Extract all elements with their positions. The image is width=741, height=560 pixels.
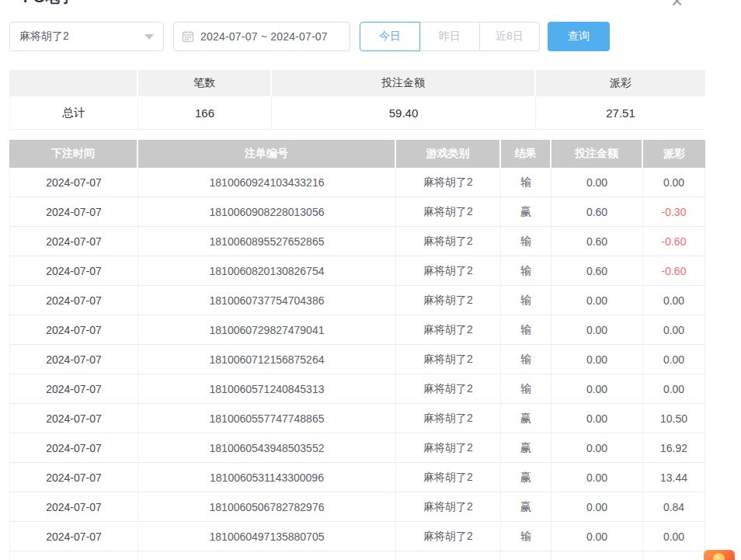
- cell-bet-id: 1810060557747748865: [138, 404, 396, 433]
- cell-bet-amount: 0.00: [551, 168, 643, 197]
- summary-total-bet-amount: 59.40: [272, 96, 536, 129]
- cell-result: 输: [501, 256, 551, 285]
- cell-bet-time: 2024-07-07: [9, 345, 138, 374]
- cell-result: 赢: [501, 492, 551, 521]
- cell-payout: -0.30: [643, 197, 705, 226]
- cell-bet-amount: 0.00: [551, 345, 643, 374]
- bet-records-table: 下注时间 注单编号 游戏类别 结果 投注金额 派彩 2024-07-07 181…: [9, 140, 705, 560]
- cell-game-type: 麻将胡了2: [396, 286, 501, 315]
- cell-bet-time: 2024-07-07: [9, 522, 138, 551]
- cell-game-type: 麻将胡了2: [396, 345, 501, 374]
- filter-toolbar: 麻将胡了2 2024-07-07 ~ 2024-07-07 今日 昨日 近8日 …: [9, 22, 610, 51]
- bet-table-body: 2024-07-07 1810060924103433216 麻将胡了2 输 0…: [9, 168, 705, 551]
- cell-bet-time: 2024-07-07: [9, 315, 138, 344]
- summary-header-bet-amount: 投注金额: [272, 70, 536, 96]
- cell-payout: 0.00: [643, 345, 705, 374]
- cell-bet-id: 1810060908228013056: [138, 197, 396, 226]
- cell-bet-time: 2024-07-07: [9, 286, 138, 315]
- cell-result: 输: [501, 286, 551, 315]
- date-range-value: 2024-07-07 ~ 2024-07-07: [200, 30, 328, 43]
- table-row: 2024-07-07 1810060820130826754 麻将胡了2 输 0…: [9, 256, 705, 286]
- cell-result: 输: [501, 522, 551, 551]
- quick-range-button-yesterday[interactable]: 昨日: [419, 22, 480, 51]
- table-row: 2024-07-07 1810060737754704386 麻将胡了2 输 0…: [9, 286, 705, 315]
- date-range-picker[interactable]: 2024-07-07 ~ 2024-07-07: [173, 22, 350, 51]
- bet-table-header-row: 下注时间 注单编号 游戏类别 结果 投注金额 派彩: [9, 140, 705, 168]
- table-row: 2024-07-07 1810060557747748865 麻将胡了2 赢 0…: [9, 404, 705, 433]
- cell-bet-amount: 0.60: [551, 197, 643, 226]
- summary-table: 笔数 投注金额 派彩 总计 166 59.40 27.51: [9, 70, 705, 130]
- col-header-game-type: 游戏类别: [396, 140, 501, 168]
- query-button[interactable]: 查询: [548, 22, 610, 51]
- table-row: 2024-07-07 1810060729827479041 麻将胡了2 输 0…: [9, 315, 705, 345]
- calendar-icon: [182, 30, 194, 43]
- cell-payout: -0.60: [643, 227, 705, 256]
- cell-payout: 0.00: [643, 286, 705, 315]
- cell-result: 输: [501, 345, 551, 374]
- cell-game-type: 麻将胡了2: [396, 227, 501, 256]
- summary-total-label: 总计: [9, 96, 138, 129]
- cell-payout: 10.50: [643, 404, 705, 433]
- col-header-result: 结果: [501, 140, 551, 168]
- table-row: 2024-07-07 1810060531143300096 麻将胡了2 赢 0…: [9, 463, 705, 492]
- cell-bet-id: 1810060506782782976: [138, 492, 396, 521]
- col-header-bet-id: 注单编号: [138, 140, 396, 168]
- cell-result: 输: [501, 374, 551, 403]
- cell-bet-amount: 0.60: [551, 227, 643, 256]
- cell-bet-time: 2024-07-07: [9, 404, 138, 433]
- game-select-value: 麻将胡了2: [19, 30, 69, 43]
- table-row: 2024-07-07 1810060506782782976 麻将胡了2 赢 0…: [9, 492, 705, 522]
- cell-bet-id: 1810060737754704386: [138, 286, 396, 315]
- table-row: 2024-07-07 1810060497135880705 麻将胡了2 输 0…: [9, 522, 705, 551]
- table-row: 2024-07-07 1810060895527652865 麻将胡了2 输 0…: [9, 227, 705, 256]
- table-row: 2024-07-07 1810060924103433216 麻将胡了2 输 0…: [9, 168, 705, 197]
- cell-game-type: 麻将胡了2: [396, 168, 501, 197]
- cell-bet-amount: 0.60: [551, 256, 643, 285]
- cell-bet-amount: 0.00: [551, 315, 643, 344]
- betting-records-dialog: PG电子 × 麻将胡了2 2024-07-07 ~ 2024-07-07 今日 …: [0, 0, 741, 560]
- cell-bet-amount: 0.00: [551, 433, 643, 462]
- cell-bet-amount: 0.00: [551, 286, 643, 315]
- cell-bet-time: 2024-07-07: [9, 168, 138, 197]
- game-select[interactable]: 麻将胡了2: [9, 22, 164, 51]
- cell-bet-time: 2024-07-07: [9, 433, 138, 462]
- table-row: 2024-07-07 1810060908228013056 麻将胡了2 赢 0…: [9, 197, 705, 227]
- cell-game-type: 麻将胡了2: [396, 492, 501, 521]
- cell-bet-time: 2024-07-07: [9, 197, 138, 226]
- caret-down-icon: [144, 34, 154, 40]
- cell-bet-time: 2024-07-07: [9, 374, 138, 403]
- cell-game-type: 麻将胡了2: [396, 256, 501, 285]
- page-title: PG电子: [23, 0, 74, 8]
- col-header-payout: 派彩: [643, 140, 705, 168]
- cell-result: 输: [501, 168, 551, 197]
- cell-game-type: 麻将胡了2: [396, 404, 501, 433]
- table-row-partial: [9, 551, 705, 560]
- cell-bet-time: 2024-07-07: [9, 256, 138, 285]
- cell-result: 赢: [501, 463, 551, 492]
- cell-bet-amount: 0.00: [551, 492, 643, 521]
- cell-result: 赢: [501, 404, 551, 433]
- cell-game-type: 麻将胡了2: [396, 433, 501, 462]
- cell-bet-time: 2024-07-07: [9, 492, 138, 521]
- summary-header-blank: [9, 70, 138, 96]
- table-row: 2024-07-07 1810060543948503552 麻将胡了2 赢 0…: [9, 433, 705, 463]
- table-row: 2024-07-07 1810060571240845313 麻将胡了2 输 0…: [9, 374, 705, 404]
- cell-bet-id: 1810060531143300096: [138, 463, 396, 492]
- cell-payout: 16.92: [643, 433, 705, 462]
- cell-payout: -0.60: [643, 256, 705, 285]
- quick-range-button-last8days[interactable]: 近8日: [479, 22, 540, 51]
- cell-game-type: 麻将胡了2: [396, 315, 501, 344]
- quick-range-button-today[interactable]: 今日: [360, 22, 420, 51]
- cell-bet-time: 2024-07-07: [9, 463, 138, 492]
- close-icon[interactable]: ×: [671, 0, 683, 13]
- cell-bet-amount: 0.00: [551, 463, 643, 492]
- red-packet-icon[interactable]: [704, 550, 735, 560]
- cell-payout: 0.84: [643, 492, 705, 521]
- summary-header-row: 笔数 投注金额 派彩: [9, 70, 705, 96]
- cell-result: 输: [501, 315, 551, 344]
- quick-range-group: 今日 昨日 近8日: [360, 22, 540, 51]
- cell-bet-id: 1810060895527652865: [138, 227, 396, 256]
- cell-payout: 0.00: [643, 315, 705, 344]
- cell-game-type: 麻将胡了2: [396, 197, 501, 226]
- cell-result: 赢: [501, 433, 551, 462]
